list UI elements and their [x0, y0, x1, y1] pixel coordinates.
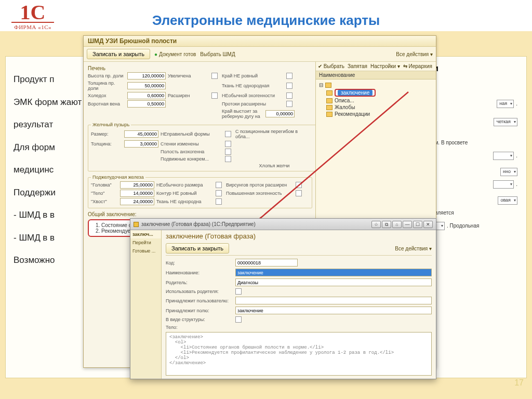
code-input[interactable] [235, 259, 298, 267]
side-tab-main[interactable]: заключ... [130, 230, 161, 238]
minimize-button[interactable]: — [403, 221, 412, 228]
pancr-tail-input[interactable] [120, 198, 154, 205]
bg-select[interactable]: нно [500, 168, 517, 176]
field-label: Подвижные конкрем... [161, 156, 223, 162]
folder-icon [325, 83, 331, 88]
checkbox[interactable] [225, 149, 231, 155]
vein-input[interactable] [127, 100, 166, 108]
owner-user-input[interactable] [235, 297, 432, 304]
app-icon [134, 222, 139, 227]
field-label: Воротная вена [88, 101, 125, 107]
checkbox[interactable] [286, 73, 292, 79]
hierarchy-toggle[interactable]: ⇆ Иерархия [403, 63, 432, 69]
tree-item[interactable]: Рекомендации [325, 111, 434, 117]
name-input[interactable]: заключение [235, 269, 432, 276]
checkbox[interactable] [286, 92, 292, 99]
field-label: Вирсунгов проток расширен [226, 182, 294, 188]
checkbox[interactable] [211, 92, 218, 99]
all-actions-menu-2[interactable]: Все действия ▾ [395, 246, 432, 251]
field-label: Принадлежит полю: [166, 308, 232, 313]
use-parent-checkbox[interactable] [235, 288, 242, 295]
bg-select[interactable]: ная [497, 100, 514, 108]
choose-shmd-button[interactable]: Выбрать ШМД [200, 51, 235, 57]
field-label: Родитель: [166, 280, 232, 285]
field-label: Контур НЕ ровный [156, 191, 214, 196]
field-label: Код: [166, 260, 232, 265]
field-label: Расширен [168, 93, 209, 98]
checkbox[interactable] [286, 101, 292, 107]
window-phrase-editor: заключение (Готовая фраза) (1С:Предприят… [130, 218, 436, 379]
field-label: Край НЕ ровный [222, 73, 284, 78]
window2-title: заключение (Готовая фраза) (1С:Предприят… [141, 221, 256, 227]
bg-select[interactable]: овая [498, 196, 517, 205]
tree-root[interactable]: ⊟ [318, 82, 434, 88]
checkbox[interactable] [225, 156, 231, 162]
pancr-body-input[interactable] [120, 190, 154, 197]
win-tool-icon[interactable]: ⌂ [392, 221, 402, 228]
section-pancreas: Поджелудочная железа "Головка" НЕобычног… [88, 175, 312, 208]
background-form: ная. четкая хом. В просвете . нно . овая… [429, 68, 517, 234]
tree-item[interactable]: Oписа... [325, 97, 434, 104]
all-actions-menu[interactable]: Все действия ▾ [396, 51, 433, 57]
edge-input[interactable] [265, 110, 295, 117]
folder-icon [326, 90, 332, 96]
checkbox[interactable] [296, 190, 302, 196]
win-tool-icon[interactable]: ⧉ [382, 221, 391, 228]
save-close-button[interactable]: Записать и закрыть [87, 49, 150, 59]
close-button[interactable]: ✕ [423, 221, 433, 228]
select-button[interactable]: ✔ Выбрать [318, 63, 344, 69]
field-label: Полость анэхогенна [161, 149, 223, 154]
tree-item[interactable]: Жалобы [325, 104, 434, 111]
liver-height-input[interactable] [127, 72, 166, 79]
field-label: Толщина: [91, 141, 122, 147]
pancr-head-input[interactable] [120, 181, 154, 189]
section-conclusion: Общий заключение: [88, 211, 312, 217]
checkbox[interactable] [225, 131, 231, 137]
gall-thick-input[interactable] [124, 140, 158, 148]
field-label: Ткань НЕ однородна [156, 199, 214, 204]
field-label: Толщина пр. доли [88, 81, 125, 91]
win-tool-icon[interactable]: ☆ [371, 221, 381, 228]
bg-select[interactable] [493, 152, 514, 160]
side-tab-ready[interactable]: Готовые ... [130, 247, 161, 255]
page-number: 17 [514, 378, 524, 388]
field-label: Ткань НЕ однородная [222, 83, 284, 88]
section-legend: Желчный пузырь [91, 122, 131, 127]
field-label: НЕобычного размера [156, 182, 214, 188]
folder-icon [326, 112, 332, 117]
holedoh-input[interactable] [127, 92, 166, 99]
settings-menu[interactable]: Настройки ▾ [370, 63, 400, 69]
body-xml-box[interactable]: <заключение> <ol> <li>Состояние органов … [166, 332, 432, 376]
as-struct-checkbox[interactable] [235, 316, 242, 323]
comma-button[interactable]: Запятая [348, 63, 367, 69]
field-label: Холедох [88, 93, 125, 98]
window2-sidebar: заключ... Перейти Готовые ... [130, 230, 162, 379]
checkbox[interactable] [216, 190, 222, 196]
bg-select[interactable]: четкая [494, 118, 517, 126]
checkbox[interactable] [286, 83, 292, 89]
field-label: НЕправильной формы [161, 131, 223, 137]
maximize-button[interactable]: ☐ [413, 221, 422, 228]
liver-thickness-input[interactable] [127, 82, 166, 89]
section-liver: Печень [88, 65, 312, 71]
save-close-button-2[interactable]: Записать и закрыть [166, 243, 229, 254]
checkbox[interactable] [211, 73, 218, 79]
parent-input[interactable] [235, 278, 432, 286]
tree-item-selected[interactable]: заключение [325, 88, 434, 97]
window2-toolbar: Записать и закрыть Все действия ▾ [166, 242, 432, 256]
window2-heading: заключение (Готовая фраза) [166, 232, 432, 240]
doc-ready-button[interactable]: Документ готов [154, 51, 196, 57]
side-tab-goto[interactable]: Перейти [130, 238, 161, 247]
checkbox[interactable] [296, 182, 302, 188]
field-label: "Хвост" [91, 199, 118, 204]
field-label: Использовать родителя: [166, 289, 232, 294]
field-label: Наименование: [166, 270, 232, 275]
gall-size-input[interactable] [124, 130, 158, 138]
checkbox[interactable] [225, 141, 231, 147]
checkbox[interactable] [216, 198, 222, 205]
folder-icon [326, 105, 332, 110]
bg-select[interactable] [493, 180, 514, 189]
field-label: Край выстоит за реберную дугу на [222, 109, 263, 119]
checkbox[interactable] [216, 182, 222, 188]
owner-field-input[interactable] [235, 307, 432, 314]
